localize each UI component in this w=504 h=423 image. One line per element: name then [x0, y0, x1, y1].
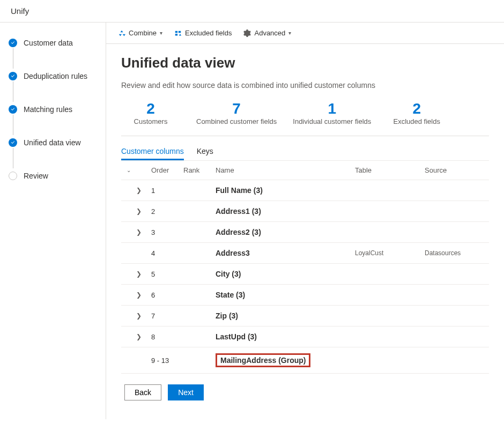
cell-name: City (3): [216, 270, 355, 278]
step-connector: [13, 81, 13, 102]
table-row[interactable]: ❯2Address1 (3): [121, 201, 489, 222]
stat-card: 1Individual customer fields: [293, 100, 371, 126]
step-label: Customer data: [24, 39, 73, 47]
table-row[interactable]: ❯1Full Name (3): [121, 180, 489, 201]
check-circle-icon: [9, 138, 17, 147]
tab-bar: Customer columns Keys: [121, 136, 489, 160]
expand-toggle[interactable]: ❯: [127, 270, 151, 278]
cell-name: Address2 (3): [216, 228, 355, 236]
cell-order: 6: [151, 291, 183, 299]
wizard-sidebar: Customer dataDeduplication rulesMatching…: [0, 23, 106, 419]
excluded-icon: [174, 29, 182, 37]
empty-circle-icon: [9, 172, 17, 180]
highlight-box: MailingAddress (Group): [216, 353, 310, 367]
step-item[interactable]: Customer data: [8, 33, 100, 53]
table-row[interactable]: ❯3Address2 (3): [121, 222, 489, 243]
cell-order: 8: [151, 333, 183, 341]
stat-value: 1: [293, 100, 371, 117]
cell-order: 3: [151, 228, 183, 236]
cell-order: 5: [151, 270, 183, 278]
col-source: Source: [425, 166, 484, 174]
table-header: ⌄ Order Rank Name Table Source: [121, 161, 489, 180]
step-label: Matching rules: [24, 105, 72, 114]
toolbar-advanced[interactable]: Advanced ▾: [243, 29, 291, 37]
table-row[interactable]: ❯7Zip (3): [121, 306, 489, 326]
step-connector: [13, 48, 13, 69]
step-item[interactable]: Deduplication rules: [8, 66, 100, 86]
expand-toggle[interactable]: ❯: [127, 312, 151, 320]
cell-name: Address3: [216, 249, 355, 257]
step-item[interactable]: Unified data view: [8, 133, 100, 152]
col-rank: Rank: [183, 166, 216, 174]
cell-order: 4: [151, 249, 183, 257]
expand-toggle[interactable]: ❯: [127, 207, 151, 215]
cell-source: Datasources: [425, 249, 484, 257]
cell-name: LastUpd (3): [216, 332, 355, 341]
cell-name: Zip (3): [216, 311, 355, 320]
expand-toggle[interactable]: ❯: [127, 333, 151, 340]
col-name: Name: [216, 166, 355, 174]
tab-customer-columns[interactable]: Customer columns: [121, 144, 184, 160]
footer-buttons: Back Next: [121, 374, 489, 411]
page-header: Unify: [0, 0, 504, 23]
cell-name: Address1 (3): [216, 207, 355, 216]
stats-row: 2Customers7Combined customer fields1Indi…: [121, 97, 489, 136]
stat-value: 2: [121, 100, 180, 117]
step-label: Review: [24, 172, 48, 180]
combine-icon: [118, 29, 125, 37]
toolbar-combine[interactable]: Combine ▾: [118, 29, 162, 37]
cell-table: LoyalCust: [355, 249, 425, 257]
toolbar-excluded-fields[interactable]: Excluded fields: [174, 29, 232, 37]
table-row[interactable]: 4Address3LoyalCustDatasources: [121, 243, 489, 264]
main-content: Combine ▾ Excluded fields Advanced ▾ Uni…: [106, 23, 504, 419]
expand-toggle[interactable]: ❯: [127, 187, 151, 194]
toolbar: Combine ▾ Excluded fields Advanced ▾: [106, 23, 504, 44]
check-circle-icon: [9, 39, 17, 47]
stat-card: 2Customers: [121, 100, 180, 126]
stat-label: Individual customer fields: [293, 117, 371, 126]
cell-order: 7: [151, 312, 183, 320]
page-title: Unified data view: [121, 55, 489, 71]
step-connector: [13, 148, 13, 168]
stat-card: 7Combined customer fields: [196, 100, 277, 126]
stat-value: 2: [387, 100, 446, 117]
cell-name: Full Name (3): [216, 186, 355, 195]
col-order: Order: [151, 166, 183, 174]
check-circle-icon: [9, 105, 17, 114]
col-table: Table: [355, 166, 425, 174]
step-item[interactable]: Review: [8, 166, 100, 185]
page-subtitle: Review and edit how source data is combi…: [121, 81, 489, 90]
step-item[interactable]: Matching rules: [8, 100, 100, 119]
step-label: Deduplication rules: [24, 72, 87, 80]
stat-label: Combined customer fields: [196, 117, 277, 126]
tab-keys[interactable]: Keys: [197, 144, 213, 160]
cell-name: State (3): [216, 291, 355, 299]
chevron-down-icon: ▾: [288, 30, 291, 36]
stat-value: 7: [196, 100, 277, 117]
expand-toggle[interactable]: ❯: [127, 291, 151, 299]
header-title: Unify: [11, 6, 29, 16]
gear-icon: [243, 29, 251, 37]
stat-card: 2Excluded fields: [387, 100, 446, 126]
next-button[interactable]: Next: [168, 384, 204, 400]
cell-name: MailingAddress (Group): [216, 353, 355, 367]
expand-toggle[interactable]: ❯: [127, 228, 151, 236]
chevron-down-icon[interactable]: ⌄: [127, 167, 131, 173]
columns-table: ⌄ Order Rank Name Table Source ❯1Full Na…: [121, 160, 489, 374]
cell-order: 9 - 13: [151, 357, 183, 365]
back-button[interactable]: Back: [124, 384, 161, 400]
table-row[interactable]: ❯5City (3): [121, 264, 489, 285]
step-connector: [13, 115, 13, 135]
cell-order: 1: [151, 187, 183, 195]
stat-label: Excluded fields: [387, 117, 446, 126]
table-row[interactable]: 9 - 13MailingAddress (Group): [121, 347, 489, 374]
table-row[interactable]: ❯6State (3): [121, 285, 489, 306]
table-row[interactable]: ❯8LastUpd (3): [121, 326, 489, 347]
check-circle-icon: [9, 72, 17, 80]
chevron-down-icon: ▾: [160, 30, 162, 36]
step-label: Unified data view: [24, 138, 81, 147]
cell-order: 2: [151, 207, 183, 216]
stat-label: Customers: [121, 117, 180, 126]
